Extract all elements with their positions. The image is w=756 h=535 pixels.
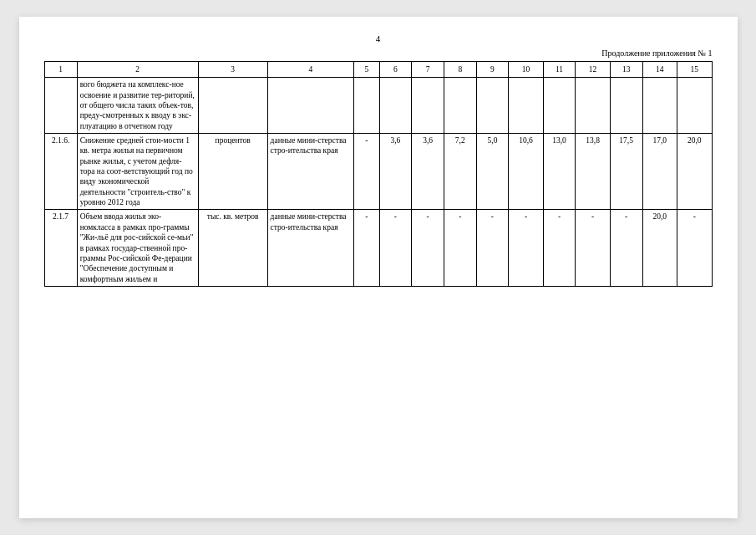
continuation-label: Продолжение приложения № 1 [44, 48, 713, 58]
cell-description: Снижение средней стои-мости 1 кв. метра … [77, 134, 198, 210]
cell-unit: процентов [198, 134, 267, 210]
cell-c10 [509, 78, 543, 134]
cell-c11: 13,0 [543, 134, 576, 210]
cell-c5: - [354, 134, 379, 210]
cell-c6: 3,6 [379, 134, 412, 210]
cell-c7: 3,6 [412, 134, 444, 210]
page-number: 4 [44, 33, 713, 43]
cell-c15: - [677, 210, 712, 286]
cell-c8: 7,2 [444, 134, 476, 210]
cell-c10: - [509, 210, 543, 286]
cell-source: данные мини-стерства стро-ительства края [267, 210, 354, 286]
page: 4 Продолжение приложения № 1 1 2 3 4 5 6… [19, 17, 738, 518]
cell-c13 [610, 78, 642, 134]
cell-c6 [379, 78, 412, 134]
table-header-row: 1 2 3 4 5 6 7 8 9 10 11 12 13 14 15 [44, 62, 712, 78]
cell-c11 [543, 78, 576, 134]
col-header-2: 2 [77, 62, 198, 78]
cell-c12: 13,8 [576, 134, 610, 210]
cell-description: вого бюджета на комплекс-ное освоение и … [77, 78, 198, 134]
cell-c12 [576, 78, 610, 134]
cell-c14: 17,0 [642, 134, 677, 210]
cell-c5 [354, 78, 379, 134]
cell-description: Объем ввода жилья эко-номкласса в рамках… [77, 210, 198, 286]
cell-c13: 17,5 [610, 134, 642, 210]
col-header-8: 8 [444, 62, 476, 78]
cell-num: 2.1.6. [44, 134, 77, 210]
cell-c6: - [379, 210, 412, 286]
col-header-13: 13 [610, 62, 642, 78]
cell-c15 [677, 78, 712, 134]
col-header-3: 3 [198, 62, 267, 78]
col-header-10: 10 [509, 62, 543, 78]
cell-c12: - [576, 210, 610, 286]
col-header-14: 14 [642, 62, 677, 78]
col-header-5: 5 [354, 62, 379, 78]
cell-source: данные мини-стерства стро-ительства края [267, 134, 354, 210]
cell-c8: - [444, 210, 476, 286]
col-header-15: 15 [677, 62, 712, 78]
cell-num: 2.1.7 [44, 210, 77, 286]
cell-unit: тыс. кв. метров [198, 210, 267, 286]
table-row: 2.1.6. Снижение средней стои-мости 1 кв.… [44, 134, 712, 210]
col-header-11: 11 [543, 62, 576, 78]
cell-num [44, 78, 77, 134]
cell-c13: - [610, 210, 642, 286]
col-header-7: 7 [412, 62, 444, 78]
col-header-4: 4 [267, 62, 354, 78]
cell-c14 [642, 78, 677, 134]
col-header-1: 1 [44, 62, 77, 78]
cell-source [267, 78, 354, 134]
cell-c9: - [476, 210, 509, 286]
cell-c9 [476, 78, 509, 134]
cell-c10: 10,6 [509, 134, 543, 210]
col-header-9: 9 [476, 62, 509, 78]
cell-c7 [412, 78, 444, 134]
cell-c14: 20,0 [642, 210, 677, 286]
cell-c15: 20,0 [677, 134, 712, 210]
cell-c9: 5,0 [476, 134, 509, 210]
table-row: 2.1.7 Объем ввода жилья эко-номкласса в … [44, 210, 712, 286]
main-table: 1 2 3 4 5 6 7 8 9 10 11 12 13 14 15 вого [44, 61, 713, 287]
cell-c5: - [354, 210, 379, 286]
cell-unit [198, 78, 267, 134]
cell-c11: - [543, 210, 576, 286]
table-row: вого бюджета на комплекс-ное освоение и … [44, 78, 712, 134]
col-header-12: 12 [576, 62, 610, 78]
cell-c8 [444, 78, 476, 134]
col-header-6: 6 [379, 62, 412, 78]
cell-c7: - [412, 210, 444, 286]
